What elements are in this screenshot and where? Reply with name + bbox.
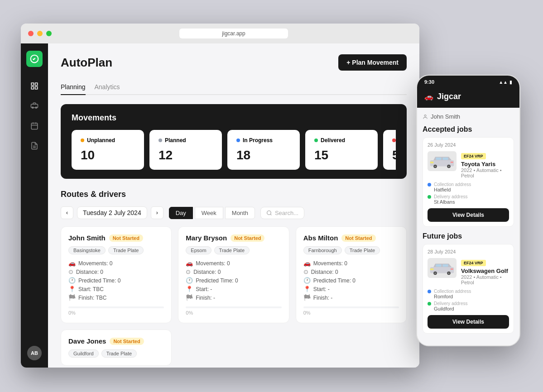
sidebar-avatar[interactable]: AB: [27, 346, 42, 360]
distance-icon: ⊙: [303, 268, 308, 275]
svg-rect-25: [430, 267, 454, 273]
url-bar[interactable]: jigcar.app: [179, 29, 288, 38]
job-car-detail-future: 2022 • Automatic • Petrol: [461, 274, 509, 285]
plan-movement-button[interactable]: + Plan Movement: [338, 54, 407, 71]
driver-card-john-smith: John Smith Not Started Basingstoke Trade…: [61, 226, 172, 323]
sidebar-item-reports[interactable]: [26, 138, 43, 154]
search-icon: [266, 210, 272, 216]
svg-point-29: [448, 272, 450, 274]
svg-point-27: [434, 272, 436, 274]
sidebar-item-vehicles[interactable]: [26, 98, 43, 114]
finish-icon: 🏁: [186, 294, 193, 301]
car-image: [428, 153, 456, 169]
delivery-city: St Albans: [434, 199, 467, 205]
stat-distance: ⊙ Distance: 0: [68, 268, 164, 275]
sidebar-item-calendar[interactable]: [26, 118, 43, 134]
driver-name: John Smith: [68, 234, 106, 242]
tab-planning[interactable]: Planning: [61, 80, 86, 95]
job-car-detail: 2022 • Automatic • Petrol: [461, 167, 509, 178]
collection-address-future: Collection address Romford: [428, 289, 509, 299]
movement-card-planned: Planned 12: [149, 130, 222, 170]
week-view-button[interactable]: Week: [195, 207, 223, 219]
tag-trade-plate: Trade Plate: [345, 246, 380, 254]
mobile-phone: 9:30 ▲▲ ▮ 🚗 Jigcar John Smith Accepted j…: [416, 75, 520, 346]
sidebar-item-analytics[interactable]: [26, 78, 43, 94]
driver-cards-grid: John Smith Not Started Basingstoke Trade…: [61, 226, 407, 366]
movement-cards: Unplanned 10 Planned 12: [72, 130, 396, 170]
delivery-label: Delivery address: [434, 194, 467, 199]
driver-header: Mary Bryson Not Started: [186, 234, 281, 242]
close-button[interactable]: [28, 31, 34, 36]
job-date-future-1: 28 July 2024: [428, 249, 509, 254]
start-icon: 📍: [68, 286, 76, 292]
driver-header: John Smith Not Started: [68, 234, 164, 242]
svg-rect-16: [430, 160, 454, 167]
delivery-city-future: Guildford: [434, 306, 467, 311]
driver-tags: Epsom Trade Plate: [186, 246, 281, 254]
maximize-button[interactable]: [46, 31, 52, 36]
stat-start: 📍 Start: -: [186, 286, 281, 292]
svg-point-13: [267, 210, 271, 215]
status-badge: Not Started: [231, 234, 264, 242]
driver-tags: Guildford Trade Plate: [68, 349, 164, 358]
unplanned-count: 10: [81, 148, 135, 163]
svg-line-14: [270, 214, 271, 215]
day-view-button[interactable]: Day: [169, 207, 193, 219]
tag-epsom: Epsom: [186, 246, 211, 254]
progress-bar: [303, 306, 399, 308]
delivery-address-future: Delivery address Guildford: [428, 301, 509, 311]
tag-basingstoke: Basingstoke: [68, 246, 106, 254]
main-tabs: Planning Analytics: [61, 80, 407, 95]
tag-trade-plate: Trade Plate: [214, 246, 250, 254]
delivered-count: 15: [314, 148, 369, 163]
collection-label: Collection address: [434, 182, 471, 187]
prev-date-button[interactable]: ‹: [61, 206, 73, 219]
stat-start: 📍 Start: -: [303, 286, 399, 292]
inprogress-label: In Progress: [236, 137, 291, 143]
svg-rect-23: [430, 162, 434, 163]
svg-rect-0: [31, 83, 34, 85]
delivered-label: Delivered: [314, 137, 369, 143]
svg-rect-22: [443, 158, 448, 160]
start-icon: 📍: [186, 286, 193, 292]
phone-user: John Smith: [423, 113, 514, 120]
time-icon: 🕐: [303, 277, 311, 284]
driver-header: Abs Milton Not Started: [303, 234, 399, 242]
stat-distance: ⊙ Distance: 0: [186, 268, 281, 275]
cancelled-label: Cancelled: [392, 137, 396, 143]
finish-icon: 🏁: [303, 294, 311, 301]
routes-title: Routes & drivers: [61, 190, 126, 199]
minimize-button[interactable]: [37, 31, 43, 36]
page-header: AutoPlan + Plan Movement: [61, 54, 407, 71]
stat-finish: 🏁 Finish: -: [186, 294, 281, 301]
distance-icon: ⊙: [186, 268, 191, 275]
cancelled-dot: [392, 139, 396, 142]
browser-window: jigcar.app: [21, 24, 419, 368]
next-date-button[interactable]: ›: [151, 206, 163, 219]
status-badge: Not Started: [109, 234, 143, 242]
phone-username: John Smith: [431, 113, 460, 120]
delivery-dot: [428, 195, 431, 199]
tag-guildford: Guildford: [68, 349, 99, 358]
stat-time: 🕐 Predicted Time: 0: [303, 277, 399, 284]
delivery-dot-future: [428, 302, 431, 306]
routes-section: Routes & drivers ‹ Tuesday 2 July 2024 ›…: [61, 190, 407, 366]
job-date-1: 26 July 2024: [428, 142, 509, 148]
driver-tags: Basingstoke Trade Plate: [68, 246, 164, 254]
stat-movements: 🚗 Movements: 0: [186, 260, 281, 267]
job-card-header: EF24 VRP Volkswagen Golf 2022 • Automati…: [428, 258, 509, 285]
job-card-header: EF24 VRP Toyota Yaris 2022 • Automatic •…: [428, 151, 509, 178]
tag-trade-plate: Trade Plate: [101, 349, 137, 358]
search-input[interactable]: Search...: [260, 207, 304, 219]
svg-rect-7: [31, 123, 38, 129]
time-icon: 🕐: [68, 277, 76, 284]
tab-analytics[interactable]: Analytics: [95, 80, 120, 95]
month-view-button[interactable]: Month: [225, 207, 255, 219]
view-details-button-1[interactable]: View Details: [428, 208, 509, 222]
progress-label: 0%: [303, 310, 399, 316]
view-details-button-future-1[interactable]: View Details: [428, 315, 509, 329]
svg-rect-33: [451, 268, 453, 270]
status-badge: Not Started: [341, 234, 375, 242]
stat-finish: 🏁 Finish: TBC: [68, 294, 164, 301]
stat-time: 🕐 Predicted Time: 0: [68, 277, 164, 284]
